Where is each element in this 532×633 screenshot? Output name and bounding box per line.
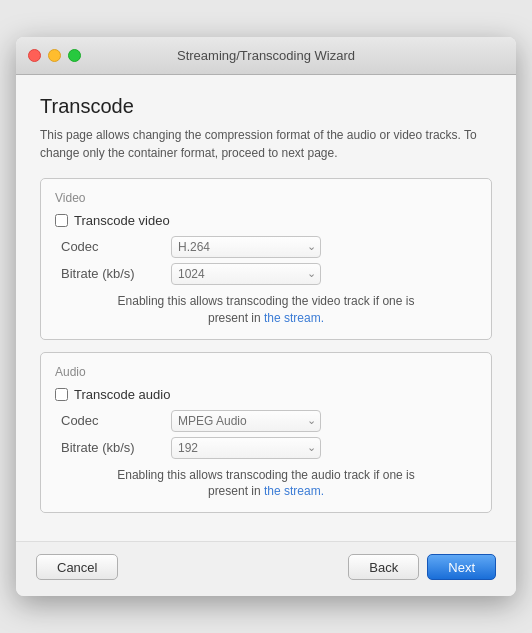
traffic-lights bbox=[28, 49, 81, 62]
audio-bitrate-label: Bitrate (kb/s) bbox=[61, 440, 171, 455]
transcode-video-row: Transcode video bbox=[55, 213, 477, 228]
next-button[interactable]: Next bbox=[427, 554, 496, 580]
audio-info-link: the stream. bbox=[264, 484, 324, 498]
page-description: This page allows changing the compressio… bbox=[40, 126, 492, 162]
audio-bitrate-select-wrapper: 192 bbox=[171, 437, 321, 459]
audio-codec-label: Codec bbox=[61, 413, 171, 428]
audio-info-text: Enabling this allows transcoding the aud… bbox=[55, 467, 477, 501]
video-section: Video Transcode video Codec H.264 Bitrat… bbox=[40, 178, 492, 340]
video-codec-select[interactable]: H.264 bbox=[171, 236, 321, 258]
transcode-audio-row: Transcode audio bbox=[55, 387, 477, 402]
footer-right: Back Next bbox=[348, 554, 496, 580]
transcode-video-checkbox[interactable] bbox=[55, 214, 68, 227]
transcode-audio-label[interactable]: Transcode audio bbox=[74, 387, 170, 402]
minimize-button[interactable] bbox=[48, 49, 61, 62]
video-bitrate-select-wrapper: 1024 bbox=[171, 263, 321, 285]
back-button[interactable]: Back bbox=[348, 554, 419, 580]
audio-bitrate-row: Bitrate (kb/s) 192 bbox=[55, 437, 477, 459]
video-bitrate-row: Bitrate (kb/s) 1024 bbox=[55, 263, 477, 285]
transcode-video-label[interactable]: Transcode video bbox=[74, 213, 170, 228]
audio-codec-select-wrapper: MPEG Audio bbox=[171, 410, 321, 432]
cancel-button[interactable]: Cancel bbox=[36, 554, 118, 580]
footer: Cancel Back Next bbox=[16, 541, 516, 596]
video-codec-row: Codec H.264 bbox=[55, 236, 477, 258]
content-area: Transcode This page allows changing the … bbox=[16, 75, 516, 541]
close-button[interactable] bbox=[28, 49, 41, 62]
video-section-label: Video bbox=[55, 191, 477, 205]
wizard-window: Streaming/Transcoding Wizard Transcode T… bbox=[16, 37, 516, 596]
audio-codec-row: Codec MPEG Audio bbox=[55, 410, 477, 432]
video-codec-select-wrapper: H.264 bbox=[171, 236, 321, 258]
maximize-button[interactable] bbox=[68, 49, 81, 62]
titlebar: Streaming/Transcoding Wizard bbox=[16, 37, 516, 75]
video-bitrate-select[interactable]: 1024 bbox=[171, 263, 321, 285]
video-info-link: the stream. bbox=[264, 311, 324, 325]
window-title: Streaming/Transcoding Wizard bbox=[177, 48, 355, 63]
audio-codec-select[interactable]: MPEG Audio bbox=[171, 410, 321, 432]
audio-bitrate-select[interactable]: 192 bbox=[171, 437, 321, 459]
video-codec-label: Codec bbox=[61, 239, 171, 254]
video-info-text: Enabling this allows transcoding the vid… bbox=[55, 293, 477, 327]
transcode-audio-checkbox[interactable] bbox=[55, 388, 68, 401]
page-title: Transcode bbox=[40, 95, 492, 118]
audio-section-label: Audio bbox=[55, 365, 477, 379]
video-bitrate-label: Bitrate (kb/s) bbox=[61, 266, 171, 281]
audio-section: Audio Transcode audio Codec MPEG Audio B… bbox=[40, 352, 492, 514]
